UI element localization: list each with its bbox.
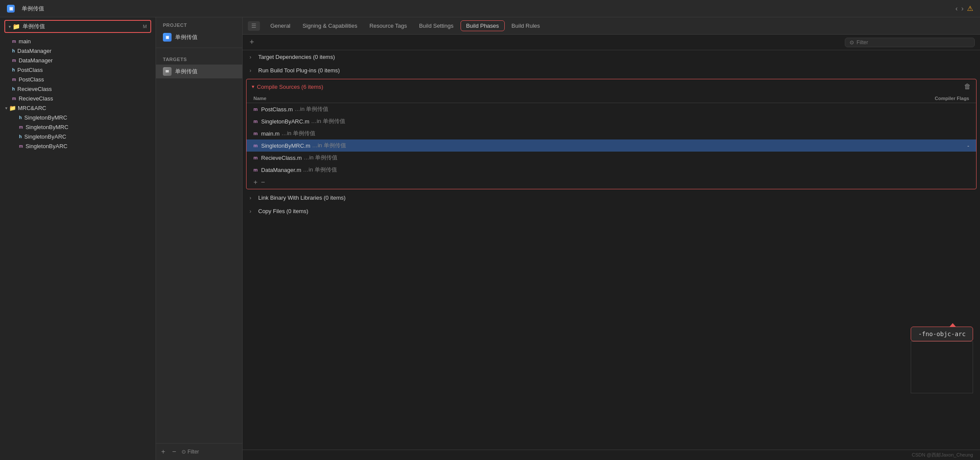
project-item[interactable]: ▣ 单例传值 [156,30,242,44]
footer-bar: CSDN @西邮Jaxon_Cheung [243,450,980,460]
sidebar-root-item[interactable]: ▾ 📁 单例传值 M [4,20,151,33]
content-area: ☰ General Signing & Capabilities Resourc… [243,17,980,460]
phase-link-binary[interactable]: › Link Binary With Libraries (0 items) [243,191,980,204]
tab-general[interactable]: General [265,21,295,31]
file-m-icon: m [253,131,258,136]
back-arrow-icon[interactable]: ‹ [955,5,957,13]
col-flags-header: Compiler Flags [883,96,969,101]
phase-chevron-icon: › [250,68,255,74]
m-icon: m [12,77,16,82]
footer-text: CSDN @西邮Jaxon_Cheung [912,452,973,457]
popover-arrow-icon [950,323,956,327]
panel-remove-button[interactable]: − [170,447,178,457]
forward-arrow-icon[interactable]: › [961,5,964,13]
filter-input[interactable] [857,39,970,45]
sidebar-item-postclass-m[interactable]: m PostClass [2,75,154,84]
titlebar: ▣ 单例传值 ‹ › ⚠ [0,0,980,17]
source-add-button[interactable]: + [253,178,257,186]
sidebar-root-label: 单例传值 [23,23,45,30]
source-actions: + − [247,176,976,189]
sidebar-label: PostClass [17,67,43,73]
panel-bottom: + − ⊙ Filter [156,443,242,460]
phase-label: Link Binary With Libraries (0 items) [258,194,346,201]
file-name: main.m [261,130,280,137]
tab-signing[interactable]: Signing & Capabilities [297,21,362,31]
source-row-recieveclass[interactable]: m RecieveClass.m …in 单例传值 [247,152,976,164]
file-path: …in 单例传值 [303,166,337,174]
h-icon: h [19,134,22,139]
sidebar-item-singletonByARC-m[interactable]: m SingletonByARC [2,142,154,151]
folder-chevron-icon: ▾ [5,106,7,110]
file-m-icon: m [253,167,258,172]
sidebar-item-main-m[interactable]: m main [2,37,154,46]
content-body: + ⊙ › Target Dependencies (0 items) › Ru… [243,35,980,450]
sidebar-item-singletonByMRC-m[interactable]: m SingletonByMRC [2,123,154,132]
panel-add-button[interactable]: + [159,447,167,457]
folder-icon: 📁 [9,105,16,111]
source-table-header: Name Compiler Flags [247,94,976,103]
h-icon: h [12,49,15,53]
tab-build-rules[interactable]: Build Rules [506,21,545,31]
sidebar-item-datamanager-h[interactable]: h DataManager [2,46,154,55]
target-item[interactable]: ✉ 单例传值 [156,65,242,78]
file-name: RecieveClass.m [261,155,302,161]
file-path: …in 单例传值 [311,117,345,125]
phase-label: Copy Files (0 items) [258,208,308,214]
file-path: …in 单例传值 [295,105,329,113]
tab-build-phases[interactable]: Build Phases [461,20,505,31]
project-name: 单例传值 [175,33,198,41]
sidebar-toggle-button[interactable]: ☰ [248,21,260,31]
filter-search-bar: ⊙ [845,38,975,47]
file-m-icon: m [253,119,258,124]
m-icon: m [12,58,16,63]
tab-build-settings[interactable]: Build Settings [414,21,459,31]
root-chevron-icon: ▾ [9,24,11,29]
flags-value: - [967,143,969,149]
sidebar-item-mrcArc-folder[interactable]: ▾ 📁 MRC&ARC [2,104,154,113]
phase-label: Target Dependencies (0 items) [258,54,335,60]
sidebar-item-datamanager-m[interactable]: m DataManager [2,56,154,65]
popover-input-area[interactable] [911,341,973,393]
warning-icon: ⚠ [967,4,973,13]
project-app-icon: ▣ [163,33,172,42]
m-icon: m [12,39,16,44]
file-m-icon: m [253,155,258,160]
add-phase-button[interactable]: + [248,38,256,47]
compile-sources-header[interactable]: ▾ Compile Sources (6 items) 🗑 [247,79,976,94]
source-row-singletonByARC[interactable]: m SingletonByARC.m …in 单例传值 [247,115,976,127]
sidebar-item-recieveclass-m[interactable]: m RecieveClass [2,94,154,103]
content-toolbar: + ⊙ [243,35,980,50]
phases-scroll-area: + ⊙ › Target Dependencies (0 items) › Ru… [243,35,980,450]
tab-resource-tags[interactable]: Resource Tags [364,21,412,31]
phase-run-build-tool[interactable]: › Run Build Tool Plug-ins (0 items) [243,64,980,77]
sidebar-label: RecieveClass [17,86,52,92]
source-row-main[interactable]: m main.m …in 单例传值 [247,127,976,139]
sidebar-label: SingletonByMRC [24,114,67,121]
file-m-icon: m [253,143,258,148]
m-icon: m [12,96,16,101]
sidebar-label: RecieveClass [19,95,53,102]
filter-icon: ⊙ [850,39,854,45]
source-row-datamanager[interactable]: m DataManager.m …in 单例传值 [247,164,976,176]
panel-filter-button[interactable]: ⊙ Filter [182,449,199,455]
sidebar-item-postclass-h[interactable]: h PostClass [2,65,154,75]
phase-copy-files[interactable]: › Copy Files (0 items) [243,204,980,218]
sidebar-item-recieveclass-h[interactable]: h RecieveClass [2,84,154,94]
file-path: …in 单例传值 [304,154,338,162]
trash-icon[interactable]: 🗑 [964,83,971,91]
source-remove-button[interactable]: − [261,178,265,186]
file-name: DataManager.m [261,167,302,173]
shortcut-label: M [143,24,147,29]
source-row-singletonByMRC[interactable]: m SingletonByMRC.m …in 单例传值 - [247,139,976,152]
sidebar-label: MRC&ARC [18,105,46,111]
sidebar-label: PostClass [19,76,44,83]
h-icon: h [12,68,15,72]
target-app-icon: ✉ [163,67,172,76]
tab-bar: ☰ General Signing & Capabilities Resourc… [243,17,980,35]
sidebar-item-singletonByMRC-h[interactable]: h SingletonByMRC [2,113,154,122]
sidebar-toggle-icon: ☰ [251,23,256,29]
sidebar-item-singletonByARC-h[interactable]: h SingletonByARC [2,132,154,141]
phase-chevron-icon: › [250,195,255,201]
phase-target-dependencies[interactable]: › Target Dependencies (0 items) [243,50,980,64]
source-row-postclass[interactable]: m PostClass.m …in 单例传值 [247,103,976,115]
